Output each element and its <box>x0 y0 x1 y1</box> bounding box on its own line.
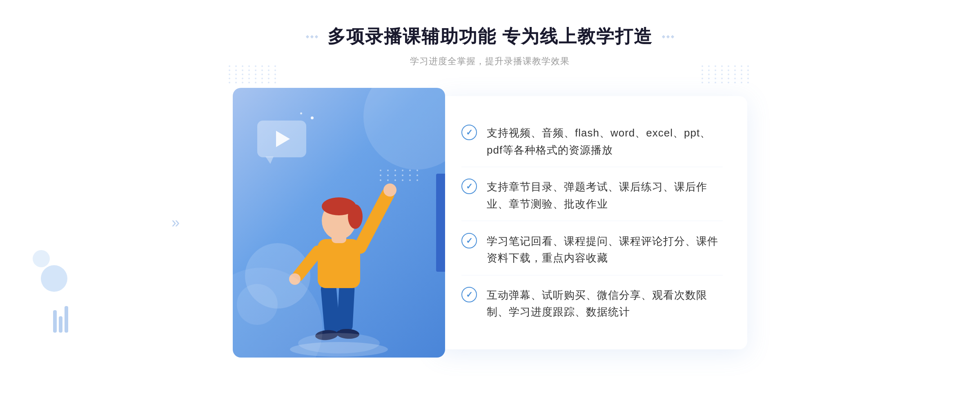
blue-accent-bar <box>436 174 445 272</box>
feature-text-3: 学习笔记回看、课程提问、课程评论打分、课件资料下载，重点内容收藏 <box>487 233 723 267</box>
svg-line-10 <box>360 194 388 247</box>
left-arrows: » <box>172 214 180 231</box>
play-triangle-icon <box>276 131 290 147</box>
sparkle-2 <box>300 112 302 114</box>
page-container: 多项录播课辅助功能 专为线上教学打造 学习进度全掌握，提升录播课教学效果 » <box>0 0 980 398</box>
svg-point-11 <box>383 183 396 197</box>
svg-point-13 <box>289 273 301 285</box>
feature-text-1: 支持视频、音频、flash、word、excel、ppt、pdf等各种格式的资源… <box>487 125 723 159</box>
svg-point-9 <box>348 204 363 229</box>
left-arrow-icon: » <box>172 214 180 231</box>
feature-item-4: ✓ 互动弹幕、试听购买、微信分享、观看次数限制、学习进度跟踪、数据统计 <box>461 279 723 329</box>
title-dots-right <box>662 36 674 38</box>
dot-pattern-top-left <box>229 65 278 83</box>
subtitle: 学习进度全掌握，提升录播课教学效果 <box>306 55 674 67</box>
main-title: 多项录播课辅助功能 专为线上教学打造 <box>327 25 653 49</box>
content-section: » <box>204 88 776 358</box>
feature-text-4: 互动弹幕、试听购买、微信分享、观看次数限制、学习进度跟踪、数据统计 <box>487 287 723 321</box>
bottom-deco-lines <box>53 306 68 333</box>
deco-circle-bottom-left <box>41 265 67 292</box>
feature-text-2: 支持章节目录、弹题考试、课后练习、课后作业、章节测验、批改作业 <box>487 179 723 212</box>
title-row: 多项录播课辅助功能 专为线上教学打造 <box>306 25 674 49</box>
svg-line-12 <box>298 251 318 276</box>
check-icon-3: ✓ <box>461 233 477 248</box>
feature-item-1: ✓ 支持视频、音频、flash、word、excel、ppt、pdf等各种格式的… <box>461 116 723 167</box>
feature-item-2: ✓ 支持章节目录、弹题考试、课后练习、课后作业、章节测验、批改作业 <box>461 170 723 221</box>
title-dots-left <box>306 36 318 38</box>
dot-pattern-top-right <box>702 65 751 83</box>
svg-point-14 <box>298 333 380 353</box>
play-area <box>257 121 306 157</box>
check-icon-1: ✓ <box>461 125 477 140</box>
svg-rect-2 <box>337 284 355 331</box>
check-icon-2: ✓ <box>461 179 477 194</box>
check-icon-4: ✓ <box>461 287 477 302</box>
illustration-card <box>233 88 445 358</box>
speech-bubble <box>257 121 306 157</box>
deco-circle-small <box>237 284 278 325</box>
features-panel: ✓ 支持视频、音频、flash、word、excel、ppt、pdf等各种格式的… <box>437 96 747 349</box>
header-section: 多项录播课辅助功能 专为线上教学打造 学习进度全掌握，提升录播课教学效果 <box>306 25 674 67</box>
deco-circle-bottom-left-small <box>33 250 50 267</box>
character-illustration <box>270 153 408 358</box>
sparkle-1 <box>311 116 314 119</box>
feature-item-3: ✓ 学习笔记回看、课程提问、课程评论打分、课件资料下载，重点内容收藏 <box>461 225 723 275</box>
